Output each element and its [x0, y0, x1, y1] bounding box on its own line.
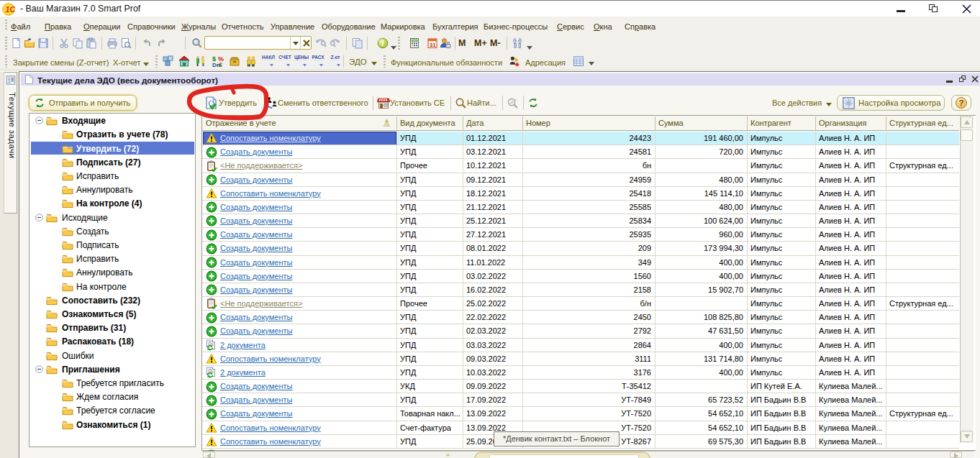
- svg-text:1С: 1С: [6, 5, 15, 14]
- svg-text:€: €: [219, 61, 222, 68]
- svg-text:?: ?: [958, 99, 963, 107]
- svg-text:31: 31: [430, 42, 436, 48]
